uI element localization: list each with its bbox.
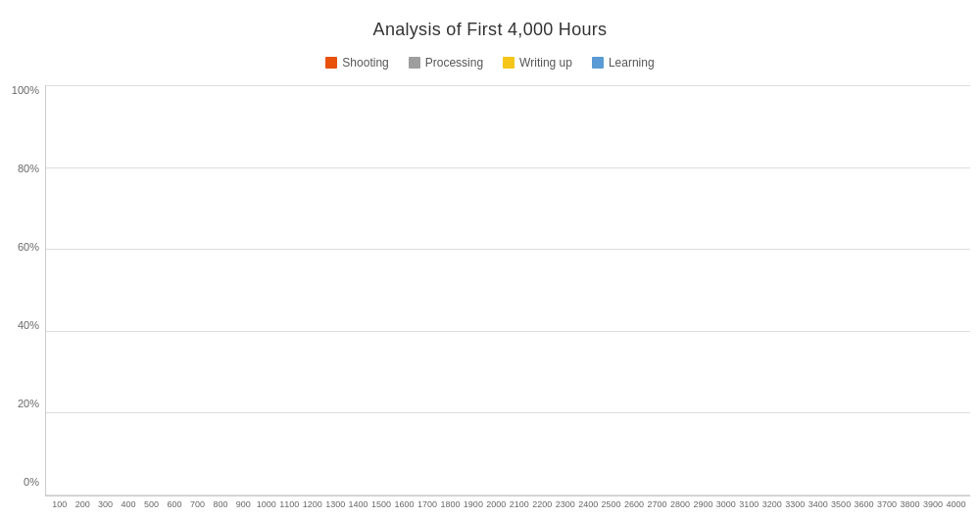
bar-group — [96, 85, 117, 495]
y-axis-label: 40% — [18, 320, 39, 331]
x-axis-label: 3700 — [876, 496, 897, 509]
x-axis-label: 3300 — [785, 496, 806, 509]
x-axis-label: 1200 — [302, 496, 322, 509]
bar-group — [257, 85, 277, 495]
chart-inner: 1002003004005006007008009001000110012001… — [45, 85, 970, 509]
bar-group — [188, 85, 209, 495]
x-axis-label: 3500 — [830, 496, 851, 509]
x-axis-label: 1300 — [324, 496, 345, 509]
bar-group — [303, 85, 323, 495]
bars-row — [46, 85, 970, 495]
bar-group — [119, 85, 139, 495]
x-axis-label: 1400 — [348, 496, 368, 509]
x-axis-label: 2000 — [486, 496, 507, 509]
bar-group — [715, 85, 736, 495]
x-axis-label: 2200 — [532, 496, 553, 509]
bar-group — [761, 85, 782, 495]
bar-group — [348, 85, 368, 495]
x-axis-label: 1900 — [463, 496, 483, 509]
x-axis-label: 3100 — [739, 496, 760, 509]
bar-group — [945, 85, 965, 495]
x-axis-label: 1800 — [440, 496, 461, 509]
x-axis-label: 1100 — [279, 496, 300, 509]
bar-group — [165, 85, 185, 495]
bar-group — [417, 85, 438, 495]
bar-group — [142, 85, 163, 495]
legend-item: Shooting — [325, 56, 388, 70]
x-axis-label: 2900 — [693, 496, 713, 509]
x-axis-label: 3400 — [808, 496, 828, 509]
x-axis-label: 3200 — [761, 496, 782, 509]
y-axis-label: 80% — [18, 164, 39, 174]
legend-item: Processing — [409, 56, 483, 70]
legend-label: Writing up — [519, 56, 572, 70]
x-axis-label: 300 — [95, 496, 116, 509]
x-axis-label: 100 — [49, 496, 70, 509]
legend-item: Writing up — [503, 56, 572, 70]
x-axis-label: 2100 — [509, 496, 529, 509]
bar-group — [486, 85, 507, 495]
bar-group — [394, 85, 415, 495]
x-axis-label: 4000 — [946, 496, 966, 509]
x-axis-label: 2500 — [601, 496, 621, 509]
bar-group — [785, 85, 806, 495]
legend-swatch — [325, 57, 337, 69]
x-axis-label: 3900 — [922, 496, 943, 509]
bar-group — [669, 85, 690, 495]
bar-group — [900, 85, 920, 495]
bar-group — [693, 85, 713, 495]
x-axis-label: 800 — [210, 496, 230, 509]
bar-group — [325, 85, 346, 495]
legend-label: Learning — [609, 56, 655, 70]
x-axis-label: 2600 — [623, 496, 644, 509]
x-axis-label: 3800 — [900, 496, 920, 509]
x-axis-label: 2800 — [669, 496, 690, 509]
bar-group — [808, 85, 828, 495]
legend-item: Learning — [592, 56, 655, 70]
y-axis-label: 0% — [24, 477, 39, 488]
y-axis: 100%80%60%40%20%0% — [10, 85, 45, 509]
x-axis-label: 1500 — [370, 496, 391, 509]
bar-group — [50, 85, 71, 495]
bar-group — [830, 85, 851, 495]
bar-group — [578, 85, 599, 495]
x-axis-label: 900 — [233, 496, 254, 509]
y-axis-label: 60% — [18, 242, 39, 253]
x-axis-label: 2400 — [577, 496, 598, 509]
x-axis-label: 3000 — [715, 496, 736, 509]
bar-group — [854, 85, 874, 495]
bar-group — [211, 85, 231, 495]
legend-swatch — [592, 57, 604, 69]
x-axis-label: 1600 — [394, 496, 415, 509]
bar-group — [440, 85, 461, 495]
x-axis-label: 700 — [187, 496, 208, 509]
bar-group — [233, 85, 254, 495]
chart-title: Analysis of First 4,000 Hours — [373, 20, 608, 40]
chart-container: Analysis of First 4,000 Hours Shooting P… — [0, 0, 980, 519]
x-axis-label: 2300 — [555, 496, 575, 509]
y-axis-label: 20% — [18, 399, 39, 409]
x-axis-label: 1700 — [416, 496, 437, 509]
x-axis: 1002003004005006007008009001000110012001… — [45, 496, 970, 509]
x-axis-label: 400 — [118, 496, 138, 509]
legend-swatch — [409, 57, 420, 69]
bars-and-grid — [45, 85, 970, 496]
bar-group — [739, 85, 760, 495]
legend-label: Processing — [425, 56, 483, 70]
bar-group — [922, 85, 943, 495]
bar-group — [73, 85, 93, 495]
x-axis-label: 2700 — [647, 496, 667, 509]
x-axis-label: 1000 — [256, 496, 276, 509]
legend-label: Shooting — [342, 56, 388, 70]
bar-group — [532, 85, 553, 495]
bar-group — [509, 85, 529, 495]
bar-group — [555, 85, 575, 495]
bar-group — [279, 85, 300, 495]
bar-group — [647, 85, 667, 495]
x-axis-label: 600 — [164, 496, 184, 509]
bar-group — [371, 85, 392, 495]
chart-area: 100%80%60%40%20%0% 100200300400500600700… — [10, 85, 970, 509]
bar-group — [876, 85, 897, 495]
x-axis-label: 3600 — [854, 496, 874, 509]
bar-group — [464, 85, 484, 495]
